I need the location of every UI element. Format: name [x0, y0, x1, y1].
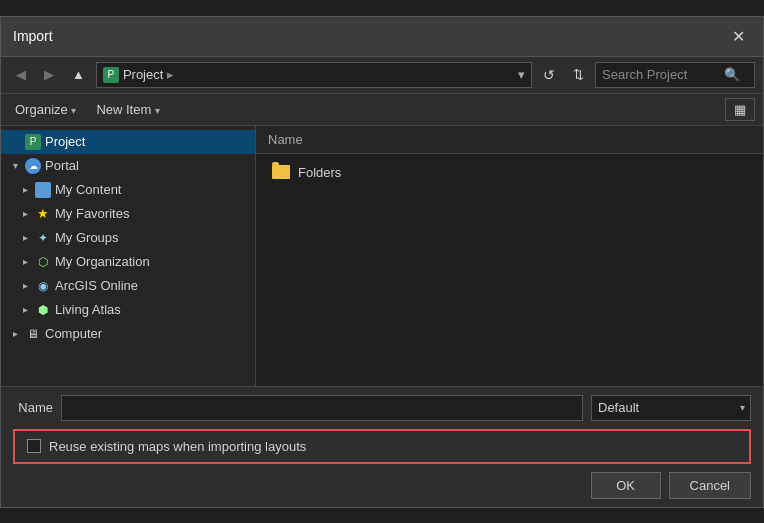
- refresh-button[interactable]: ↺: [536, 63, 562, 87]
- nav-toolbar: ◀ ▶ ▲ P Project ▸ ▾ ↺ ⇅ 🔍: [1, 57, 763, 94]
- livingatlas-label: Living Atlas: [55, 302, 121, 317]
- import-dialog: Import ✕ ◀ ▶ ▲ P Project ▸ ▾ ↺ ⇅ 🔍 Organ…: [0, 16, 764, 508]
- mycontent-expand-arrow: ▸: [19, 184, 31, 195]
- title-bar: Import ✕: [1, 17, 763, 57]
- sidebar-item-mygroups[interactable]: ▸ ✦ My Groups: [1, 226, 255, 250]
- mygroups-icon: ✦: [35, 230, 51, 246]
- folders-label: Folders: [298, 165, 341, 180]
- sidebar-item-arcgisonline[interactable]: ▸ ◉ ArcGIS Online: [1, 274, 255, 298]
- sidebar: P Project ▾ ☁ Portal ▸ ◈ My Content ▸ ★ …: [1, 126, 256, 386]
- sidebar-item-mycontent[interactable]: ▸ ◈ My Content: [1, 178, 255, 202]
- computer-label: Computer: [45, 326, 102, 341]
- content-header: Name: [256, 126, 763, 154]
- mygroups-label: My Groups: [55, 230, 119, 245]
- mycontent-label: My Content: [55, 182, 121, 197]
- search-bar: 🔍: [595, 62, 755, 88]
- breadcrumb-text: Project: [123, 67, 163, 82]
- myfavorites-expand-arrow: ▸: [19, 208, 31, 219]
- project-label: Project: [45, 134, 85, 149]
- content-list: Folders: [256, 154, 763, 386]
- myorganization-icon: ⬡: [35, 254, 51, 270]
- dialog-title: Import: [13, 28, 53, 44]
- new-item-button[interactable]: New Item ▾: [90, 99, 166, 120]
- view-button[interactable]: ▦: [725, 98, 755, 121]
- ok-button[interactable]: OK: [591, 472, 661, 499]
- search-button[interactable]: 🔍: [722, 67, 742, 82]
- name-field-label: Name: [13, 400, 53, 415]
- sidebar-item-computer[interactable]: ▸ 🖥 Computer: [1, 322, 255, 346]
- sidebar-item-livingatlas[interactable]: ▸ ⬢ Living Atlas: [1, 298, 255, 322]
- up-button[interactable]: ▲: [65, 63, 92, 86]
- breadcrumb-separator: ▸: [167, 67, 174, 82]
- breadcrumb-bar[interactable]: P Project ▸ ▾: [96, 62, 532, 88]
- arcgisonline-expand-arrow: ▸: [19, 280, 31, 291]
- folder-icon: [272, 165, 290, 179]
- arcgisonline-icon: ◉: [35, 278, 51, 294]
- mygroups-expand-arrow: ▸: [19, 232, 31, 243]
- sidebar-item-myorganization[interactable]: ▸ ⬡ My Organization: [1, 250, 255, 274]
- reuse-maps-label: Reuse existing maps when importing layou…: [49, 439, 306, 454]
- default-select[interactable]: Default: [591, 395, 751, 421]
- portal-label: Portal: [45, 158, 79, 173]
- organize-button[interactable]: Organize ▾: [9, 99, 82, 120]
- content-area: Name Folders: [256, 126, 763, 386]
- breadcrumb-dropdown-button[interactable]: ▾: [518, 67, 525, 82]
- default-select-wrapper: Default ▾: [591, 395, 751, 421]
- livingatlas-icon: ⬢: [35, 302, 51, 318]
- myfavorites-label: My Favorites: [55, 206, 129, 221]
- breadcrumb-icon: P: [103, 67, 119, 83]
- sidebar-item-myfavorites[interactable]: ▸ ★ My Favorites: [1, 202, 255, 226]
- portal-icon: ☁: [25, 158, 41, 174]
- close-button[interactable]: ✕: [726, 25, 751, 48]
- arcgisonline-label: ArcGIS Online: [55, 278, 138, 293]
- name-column-header: Name: [268, 132, 751, 147]
- organize-toolbar: Organize ▾ New Item ▾ ▦: [1, 94, 763, 126]
- computer-icon: 🖥: [25, 326, 41, 342]
- myorganization-label: My Organization: [55, 254, 150, 269]
- list-item[interactable]: Folders: [268, 162, 751, 183]
- sidebar-item-project[interactable]: P Project: [1, 130, 255, 154]
- computer-expand-arrow: ▸: [9, 328, 21, 339]
- main-area: P Project ▾ ☁ Portal ▸ ◈ My Content ▸ ★ …: [1, 126, 763, 386]
- newitem-chevron-icon: ▾: [155, 105, 160, 116]
- search-input[interactable]: [602, 67, 722, 82]
- name-row: Name Default ▾: [13, 395, 751, 421]
- portal-expand-arrow: ▾: [9, 160, 21, 171]
- back-button[interactable]: ◀: [9, 63, 33, 86]
- project-icon: P: [25, 134, 41, 150]
- myorganization-expand-arrow: ▸: [19, 256, 31, 267]
- cancel-button[interactable]: Cancel: [669, 472, 751, 499]
- myfavorites-icon: ★: [35, 206, 51, 222]
- livingatlas-expand-arrow: ▸: [19, 304, 31, 315]
- organize-chevron-icon: ▾: [71, 105, 76, 116]
- mycontent-icon: ◈: [35, 182, 51, 198]
- sidebar-item-portal[interactable]: ▾ ☁ Portal: [1, 154, 255, 178]
- forward-button[interactable]: ▶: [37, 63, 61, 86]
- reuse-maps-checkbox[interactable]: [27, 439, 41, 453]
- reuse-maps-row: Reuse existing maps when importing layou…: [13, 429, 751, 464]
- name-input[interactable]: [61, 395, 583, 421]
- bottom-area: Name Default ▾ Reuse existing maps when …: [1, 386, 763, 507]
- sort-button[interactable]: ⇅: [566, 63, 591, 86]
- button-row: OK Cancel: [13, 472, 751, 499]
